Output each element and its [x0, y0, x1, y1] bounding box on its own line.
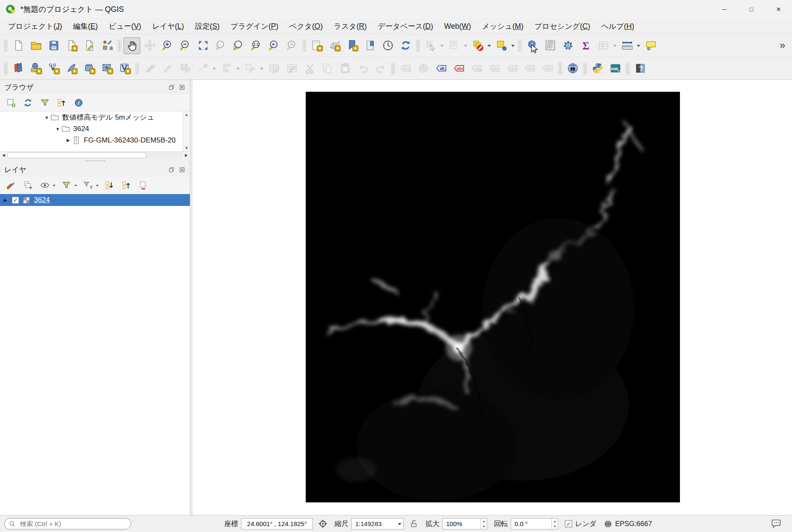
refresh-browser-button[interactable]	[21, 96, 35, 110]
toolbar-handle[interactable]	[416, 40, 420, 52]
zoom-out-button[interactable]	[177, 37, 194, 54]
menu-view[interactable]: ビュー(V)	[103, 19, 147, 34]
expander-icon[interactable]: ▶	[65, 137, 72, 143]
new-geopackage-layer-button[interactable]	[27, 60, 44, 77]
layout-manager-button[interactable]	[81, 37, 98, 54]
metasearch-button[interactable]	[564, 60, 581, 77]
filter-legend-expression-button[interactable]: ε	[81, 178, 95, 192]
extents-toggle-icon[interactable]	[318, 519, 328, 529]
hscroll-thumb[interactable]	[7, 152, 146, 158]
rotation-up-icon[interactable]: ▲	[552, 518, 558, 524]
window-minimize-button[interactable]: ─	[711, 0, 738, 19]
map-tips-button[interactable]	[642, 37, 659, 54]
data-source-manager-button[interactable]	[10, 60, 27, 77]
open-project-button[interactable]	[27, 37, 44, 54]
browser-hscrollbar[interactable]: ◀ ▶	[0, 151, 190, 159]
vscroll-down-icon[interactable]: ▼	[185, 145, 189, 151]
locator-search[interactable]	[4, 518, 131, 529]
select-all-features-dropdown[interactable]	[510, 37, 516, 54]
new-3d-map-view-button[interactable]	[326, 37, 343, 54]
filter-browser-button[interactable]	[38, 96, 52, 110]
properties-widget-button[interactable]: i	[72, 96, 85, 110]
zoom-full-button[interactable]	[195, 37, 211, 54]
new-map-view-button[interactable]	[308, 37, 325, 54]
new-spatialite-layer-button[interactable]	[63, 60, 80, 77]
tree-item-folder-3624[interactable]: ▼3624	[0, 123, 190, 134]
toolbar-handle[interactable]	[135, 63, 139, 74]
new-virtual-layer-button[interactable]	[116, 60, 133, 77]
window-close-button[interactable]: ✕	[765, 0, 792, 19]
search-input[interactable]	[19, 520, 126, 528]
toolbar-handle[interactable]	[518, 40, 522, 52]
magnifier-down-icon[interactable]: ▼	[481, 524, 487, 529]
layer-expander-icon[interactable]: ▶	[3, 197, 8, 203]
highlight-pinned-labels-button[interactable]: ab	[433, 60, 449, 77]
panel-splitter[interactable]	[0, 159, 190, 162]
pan-map-button[interactable]	[123, 37, 140, 54]
menu-edit[interactable]: 編集(E)	[68, 19, 103, 34]
select-all-features-button[interactable]	[493, 37, 510, 54]
style-manager-button[interactable]: a	[99, 37, 115, 54]
coordinate-input[interactable]	[243, 520, 311, 528]
menu-project[interactable]: プロジェクト(J)	[3, 19, 68, 34]
measure-line-button[interactable]	[619, 37, 636, 54]
zoom-in-button[interactable]	[159, 37, 176, 54]
toolbar-handle[interactable]	[302, 40, 306, 52]
statistical-summary-button[interactable]	[542, 37, 559, 54]
toolbar-handle[interactable]	[4, 40, 8, 52]
remove-layer-button[interactable]	[137, 178, 150, 192]
lock-scale-icon[interactable]	[409, 519, 419, 529]
identify-features-button[interactable]: i	[524, 37, 541, 54]
new-print-layout-button[interactable]	[63, 37, 80, 54]
deselect-features-dropdown[interactable]	[486, 37, 492, 54]
temporal-controller-button[interactable]	[379, 37, 396, 54]
tree-item-zip-362430[interactable]: ▶FG-GML-362430-DEM5B-20	[0, 134, 190, 146]
rotation-down-icon[interactable]: ▼	[552, 524, 558, 529]
new-project-button[interactable]	[10, 37, 27, 54]
hscroll-right-arrow-icon[interactable]: ▶	[183, 152, 190, 159]
hscroll-track[interactable]	[7, 152, 183, 159]
vscroll-up-icon[interactable]: ▲	[185, 112, 189, 118]
toolbar-overflow-button[interactable]: »	[775, 40, 790, 51]
manage-map-themes-dropdown[interactable]	[52, 178, 56, 192]
map-canvas[interactable]	[192, 80, 792, 515]
toolbar-handle[interactable]	[391, 63, 395, 74]
processing-toolbox-button[interactable]	[559, 37, 576, 54]
menu-vector[interactable]: ベクタ(O)	[284, 19, 328, 34]
collapse-all-layers-button[interactable]	[120, 178, 133, 192]
menu-raster[interactable]: ラスタ(R)	[328, 19, 372, 34]
rotation-input[interactable]	[514, 520, 551, 528]
menu-plugins[interactable]: プラグイン(P)	[225, 19, 284, 34]
menu-layer[interactable]: レイヤ(L)	[147, 19, 189, 34]
rotation-spinner[interactable]: ▲▼	[551, 518, 558, 529]
help-contents-button[interactable]: ?	[632, 60, 649, 77]
layers-close-button[interactable]	[178, 166, 186, 173]
save-project-button[interactable]	[45, 37, 62, 54]
zoom-native-button[interactable]: 1:1	[248, 37, 265, 54]
add-group-button[interactable]	[21, 178, 35, 192]
browser-float-button[interactable]	[167, 83, 175, 91]
collapse-all-button[interactable]	[55, 96, 69, 110]
manage-map-themes-button[interactable]	[38, 178, 52, 192]
toolbar-handle[interactable]	[118, 40, 121, 52]
highlight-unplaced-labels-button[interactable]: abc	[450, 60, 467, 77]
menu-database[interactable]: データベース(D)	[372, 19, 438, 34]
layer-row-3624[interactable]: ▶✓3624	[0, 194, 190, 206]
toolbar-handle[interactable]	[583, 63, 587, 74]
menu-settings[interactable]: 設定(S)	[189, 19, 225, 34]
add-selected-layers-button[interactable]	[4, 96, 18, 110]
new-temporary-scratch-layer-button[interactable]	[81, 60, 98, 77]
expander-icon[interactable]: ▼	[54, 126, 61, 132]
new-mesh-layer-button[interactable]	[99, 60, 115, 77]
zoom-last-button[interactable]	[266, 37, 282, 54]
magnifier-input[interactable]	[445, 520, 480, 528]
python-console-button[interactable]	[589, 60, 606, 77]
layers-float-button[interactable]	[167, 166, 175, 173]
expand-all-button[interactable]	[103, 178, 116, 192]
new-shapefile-layer-button[interactable]	[45, 60, 62, 77]
xml-tools-button[interactable]: XML	[607, 60, 624, 77]
toolbar-handle[interactable]	[558, 63, 562, 74]
menu-processing[interactable]: プロセシング(C)	[529, 19, 596, 34]
new-spatial-bookmark-button[interactable]	[344, 37, 361, 54]
show-sum-button[interactable]: Σ	[577, 37, 594, 54]
